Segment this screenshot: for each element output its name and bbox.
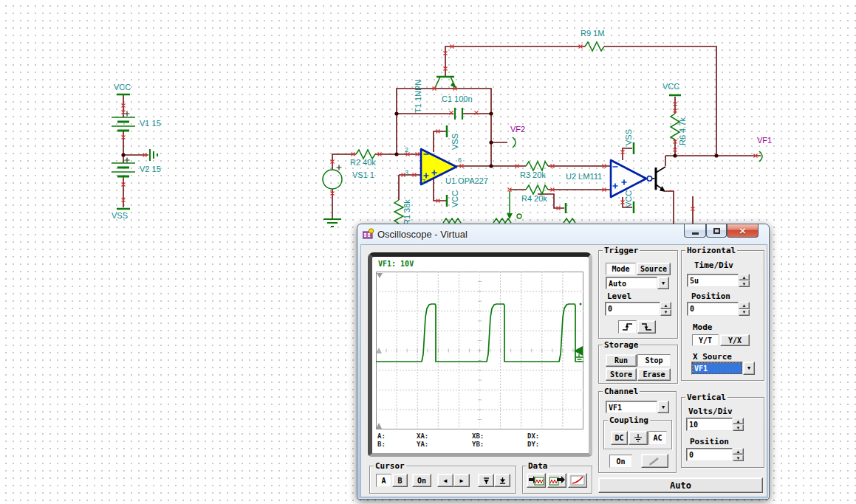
wires [123,46,761,229]
transistor-q-arrow [660,186,665,192]
storage-store-button[interactable]: Store [606,368,637,381]
auto-scale-button[interactable]: Auto [598,477,763,493]
channel-select-arrow[interactable]: ▼ [657,401,669,413]
spinner-up-icon[interactable]: ▲ [739,302,750,309]
cursor-b-button[interactable]: B [392,474,408,487]
schematic-label: VSS [451,134,459,150]
left-arrow-icon: ◀ [444,477,448,484]
voltsdiv-input[interactable]: 10 [686,418,733,431]
coupling-ground-button[interactable] [629,431,648,445]
right-arrow-icon: ▶ [460,477,464,484]
trigger-falling-edge-button[interactable] [637,320,656,334]
spinner-up-icon[interactable]: ▲ [739,274,750,280]
spinner-down-icon[interactable]: ▼ [660,309,671,317]
mode-yx-button[interactable]: Y/X [720,334,750,346]
oscilloscope-window: Oscilloscope - Virtual × VF1: 10V [357,224,770,500]
readout-yb-label: YB: [472,441,484,448]
scope-display [376,272,583,429]
channel-select[interactable]: VF1 [606,401,657,413]
vertical-position-spinner[interactable]: ▲▼ [733,448,744,461]
xsource-select[interactable]: VF1 [691,362,743,375]
trigger-level-spinner[interactable]: ▲▼ [660,302,671,316]
cursor-on-button[interactable]: On [412,474,431,487]
cursor-left-button[interactable]: ◀ [437,474,453,487]
schematic-label: R6 4.7k [678,117,687,145]
coupling-group-title: Coupling [608,415,650,425]
chevron-down-icon: ▼ [747,365,750,371]
oscilloscope-app-icon [363,228,374,239]
cursor-a-button[interactable]: A [376,474,391,487]
channel-color-button[interactable] [641,454,668,468]
cursor-down-button[interactable] [494,474,510,487]
connection-crosses [122,45,758,211]
scope-channel-readout: VF1: 10V [378,260,414,268]
spinner-down-icon[interactable]: ▼ [733,455,744,461]
mode-yt-button[interactable]: Y/T [692,334,719,346]
spinner-down-icon[interactable]: ▼ [739,280,750,287]
chevron-down-icon: ▼ [662,404,665,410]
schematic-label: V2 15 [140,165,161,173]
schematic-label: 3 [405,169,408,176]
trigger-level-input[interactable]: 0 [605,302,660,316]
window-titlebar[interactable]: Oscilloscope - Virtual × [357,224,769,244]
maximize-icon [713,228,720,234]
trigger-rising-edge-button[interactable] [618,320,637,334]
storage-group-title: Storage [603,340,640,350]
readout-b-label: B: [377,441,386,448]
coupling-ac-button[interactable]: AC [648,431,667,445]
spinner-up-icon[interactable]: ▲ [733,418,744,424]
cursor-right-button[interactable]: ▶ [453,474,470,487]
vertical-position-input[interactable]: 0 [686,448,733,461]
data-graph-button[interactable] [568,473,587,488]
hidden-resistor-tips-3 [564,218,575,223]
node-circle [517,214,521,218]
schematic-label: U1 OPA227 [445,176,488,185]
data-import-button[interactable] [527,473,546,488]
channel-group-title: Channel [603,387,640,396]
pen-icon [648,456,662,466]
schematic-label: V1 15 [140,119,161,128]
minimize-button[interactable] [684,224,706,238]
hidden-resistor-tips-1 [443,218,461,223]
channel-on-button[interactable]: On [609,455,632,468]
transistor-q-wires [652,167,666,190]
cursor-up-button[interactable] [478,474,494,487]
readout-dx-label: DX: [527,432,539,440]
storage-run-button[interactable]: Run [606,354,637,367]
schematic-label: VS1 1 [352,170,374,179]
horizontal-position-input[interactable]: 0 [687,302,739,316]
schematic-label: C1 100n [442,94,473,103]
timediv-spinner[interactable]: ▲▼ [739,274,750,287]
trigger-mode-select-arrow[interactable]: ▼ [657,277,669,289]
spinner-up-icon[interactable]: ▲ [733,448,744,455]
trigger-mode-select[interactable]: Auto [606,277,657,289]
readout-xa-label: XA: [417,432,428,440]
schematic-label: R2 40k [350,158,376,167]
resistor-r9 [585,42,604,51]
trigger-source-button[interactable]: Source [637,263,671,275]
xsource-select-arrow[interactable]: ▼ [743,362,755,375]
close-button[interactable]: × [727,224,759,238]
coupling-dc-button[interactable]: DC [611,431,628,445]
ground-coupling-icon [633,433,643,443]
trigger-mode-button[interactable]: Mode [606,263,636,275]
schematic-label: 2 [405,146,408,153]
spinner-up-icon[interactable]: ▲ [660,302,671,309]
xsource-label: X Source [693,352,732,362]
cursor-group-title: Cursor [374,461,406,471]
rising-edge-icon [622,322,633,331]
timediv-input[interactable]: 5u [687,274,739,287]
spinner-down-icon[interactable]: ▼ [739,309,750,317]
horizontal-position-spinner[interactable]: ▲▼ [739,302,750,316]
storage-erase-button[interactable]: Erase [637,368,671,381]
voltsdiv-spinner[interactable]: ▲▼ [733,418,744,431]
data-export-button[interactable] [547,473,566,488]
storage-stop-button[interactable]: Stop [637,354,671,367]
maximize-button[interactable] [706,224,727,238]
schematic-label: VF1 [757,136,772,145]
ground-symbols [150,149,341,227]
schematic-label: R9 1M [581,29,604,38]
spinner-down-icon[interactable]: ▼ [733,424,744,431]
schematic-label: VSS [624,129,633,145]
schematic-label: VSS [112,211,128,220]
